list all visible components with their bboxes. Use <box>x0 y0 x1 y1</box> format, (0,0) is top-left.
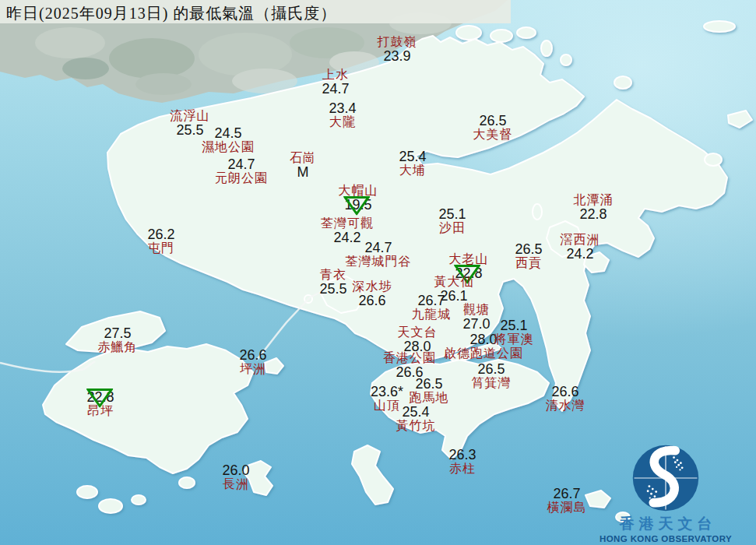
station-temperature-value: 22.8 <box>86 390 114 405</box>
station-temperature-value: 25.5 <box>176 123 203 138</box>
station-temperature-value: 23.4 <box>329 101 356 116</box>
station-name: 大美督 <box>473 128 513 142</box>
temperature-text: 24.2 <box>566 246 593 262</box>
station-label: 23.4 大隴 <box>329 101 356 128</box>
temperature-text: 19.5 <box>344 197 371 213</box>
temperature-text: 24.7 <box>227 156 255 172</box>
temperature-text: 24.7 <box>322 81 349 97</box>
hko-logo-icon <box>631 444 700 512</box>
temperature-text: 26.7 <box>417 293 445 308</box>
station-temperature-value: 25.4 <box>402 405 429 420</box>
station-name: 北潭涌 <box>574 194 614 207</box>
station-label: 25.4 黃竹坑 <box>396 405 436 432</box>
station-temperature-value: 26.5 <box>515 242 542 257</box>
station-name: 荃灣可觀 <box>321 217 374 230</box>
station-name: 赤柱 <box>449 462 476 476</box>
station-temperature-value: 26.6 <box>239 348 266 363</box>
station-name: 觀塘 <box>463 304 490 317</box>
station-name: 濕地公園 <box>202 141 255 154</box>
station-name: 將軍澳 <box>494 333 534 346</box>
station-label: 27.5 赤鱲角 <box>98 326 138 353</box>
station-temperature-value: 25.1 <box>500 318 527 333</box>
station-name: 西貢 <box>515 257 542 270</box>
station-temperature-value: 22.8 <box>579 207 607 222</box>
station-temperature-value: 26.3 <box>448 448 476 462</box>
station-name: 啟德跑道公園 <box>444 347 523 360</box>
station-label: 26.6 深水埗 <box>353 280 392 308</box>
temperature-text: 26.0 <box>222 462 249 478</box>
temperature-text: 24.5 <box>214 125 241 141</box>
station-temperature-value: 25.4 <box>399 149 426 164</box>
temperature-text: 23.6* <box>371 384 403 399</box>
station-temperature-value: M <box>297 165 309 180</box>
station-label: 24.7 上水 <box>322 69 349 96</box>
temperature-text: 25.5 <box>176 122 203 138</box>
station-name: 清水灣 <box>546 399 585 413</box>
temperature-text: 27.5 <box>104 325 131 341</box>
station-label: 25.5 青衣 <box>319 269 346 296</box>
station-label: 26.5 大美督 <box>473 114 513 141</box>
station-temperature-value: 26.7 <box>553 487 580 501</box>
station-temperature-value: 24.7 <box>322 82 349 97</box>
station-label: 26.5 筲箕灣 <box>472 362 512 389</box>
station-name: 深水埗 <box>353 280 392 294</box>
station-name: 流浮山 <box>171 110 210 123</box>
station-name: 筲箕灣 <box>472 377 512 390</box>
temperature-text: 25.1 <box>500 318 527 333</box>
station-name: 大帽山 <box>339 185 378 198</box>
temperature-text: 23.9 <box>383 48 410 64</box>
station-name: 沙田 <box>439 222 466 235</box>
station-name: 跑馬地 <box>410 392 449 405</box>
temperature-text: 26.5 <box>515 241 542 257</box>
temperature-text: 26.5 <box>477 361 505 377</box>
station-temperature-value: 26.7 <box>417 294 445 308</box>
station-name: 青衣 <box>320 269 346 282</box>
hko-min-temp-map: 昨日(2025年09月13日) 的最低氣溫（攝氏度） 23.9 打鼓嶺 24.7… <box>0 0 756 545</box>
temperature-text: 26.6 <box>551 384 578 399</box>
temperature-text: 26.2 <box>147 227 174 242</box>
station-temperature-value: 26.5 <box>479 114 506 128</box>
station-name: 黃大仙 <box>434 276 474 289</box>
station-temperature-value: 27.0 <box>462 317 490 332</box>
station-temperature-value: 26.6 <box>358 294 385 308</box>
temperature-text: M <box>297 164 309 180</box>
station-name: 天文台 <box>398 326 438 339</box>
station-label: 26.0 長洲 <box>222 463 249 490</box>
station-label: 25.1 將軍澳 <box>494 318 534 346</box>
station-name: 赤鱲角 <box>98 341 138 354</box>
temperature-text: 24.7 <box>364 240 392 255</box>
station-label: 26.5 跑馬地 <box>410 377 449 404</box>
station-label: 22.8 昂坪 <box>86 390 114 417</box>
temperature-text: 25.4 <box>399 149 426 164</box>
station-label: 26.6 坪洲 <box>239 348 266 375</box>
station-name: 屯門 <box>148 242 174 255</box>
station-temperature-value: 24.7 <box>364 241 392 255</box>
temperature-text: 23.4 <box>329 100 356 116</box>
temperature-text: 25.1 <box>438 206 466 222</box>
station-name: 大老山 <box>449 253 489 266</box>
station-temperature-value: 25.1 <box>438 207 466 222</box>
station-label: 22.8 北潭涌 <box>574 194 614 221</box>
station-name: 打鼓嶺 <box>378 36 417 49</box>
temperature-text: 26.7 <box>553 486 580 501</box>
station-temperature-value: 26.5 <box>477 362 505 377</box>
station-label: 26.3 赤柱 <box>448 448 476 475</box>
station-name: 長洲 <box>223 478 249 491</box>
station-temperature-value: 24.5 <box>214 126 241 141</box>
station-label: 25.4 大埔 <box>399 149 426 177</box>
temperature-text: 26.6 <box>358 293 385 308</box>
station-label: 25.1 沙田 <box>438 207 466 234</box>
station-temperature-value: 25.5 <box>319 282 346 297</box>
temperature-text: 27.0 <box>462 316 490 332</box>
station-label: 19.5 大帽山 <box>339 185 378 212</box>
station-label: 24.7 荃灣城門谷 <box>346 241 412 268</box>
station-name: 荃灣城門谷 <box>346 255 412 269</box>
station-label: 26.5 西貢 <box>515 242 542 269</box>
station-temperature-value: 28.0 <box>469 332 497 347</box>
station-label: 24.7 元朗公園 <box>215 157 268 185</box>
station-temperature-value: 26.0 <box>222 463 249 478</box>
station-name: 坪洲 <box>240 363 266 376</box>
station-temperature-value: 23.6* <box>371 385 403 399</box>
station-temperature-value: 27.5 <box>104 326 131 341</box>
station-label: 26.2 屯門 <box>147 227 174 255</box>
